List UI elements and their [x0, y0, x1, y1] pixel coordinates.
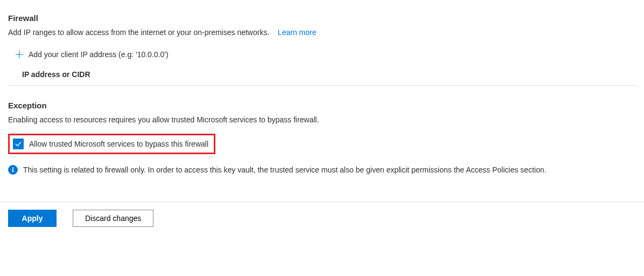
ip-column-header: IP address or CIDR	[8, 66, 636, 85]
learn-more-link[interactable]: Learn more	[278, 28, 317, 37]
check-icon	[15, 140, 22, 148]
add-client-ip-button[interactable]: Add your client IP address (e.g: '10.0.0…	[10, 46, 636, 63]
bottom-divider	[0, 202, 644, 202]
exception-heading: Exception	[8, 101, 636, 110]
firewall-description: Add IP ranges to allow access from the i…	[8, 28, 269, 37]
divider	[8, 85, 636, 86]
add-client-ip-label: Add your client IP address (e.g: '10.0.0…	[29, 50, 169, 59]
info-text: This setting is related to firewall only…	[23, 165, 547, 174]
firewall-description-row: Add IP ranges to allow access from the i…	[8, 28, 636, 37]
svg-rect-1	[12, 169, 13, 172]
info-icon	[8, 165, 18, 175]
discard-button[interactable]: Discard changes	[73, 210, 153, 227]
allow-trusted-checkbox-row[interactable]: Allow trusted Microsoft services to bypa…	[8, 134, 215, 154]
plus-icon	[15, 50, 24, 59]
button-row: Apply Discard changes	[8, 210, 636, 227]
apply-button[interactable]: Apply	[8, 210, 57, 227]
allow-trusted-checkbox[interactable]	[13, 139, 24, 149]
exception-description: Enabling access to resources requires yo…	[8, 115, 636, 124]
svg-point-0	[12, 168, 13, 169]
allow-trusted-label: Allow trusted Microsoft services to bypa…	[29, 140, 208, 148]
firewall-heading: Firewall	[8, 13, 636, 23]
info-row: This setting is related to firewall only…	[8, 165, 636, 175]
